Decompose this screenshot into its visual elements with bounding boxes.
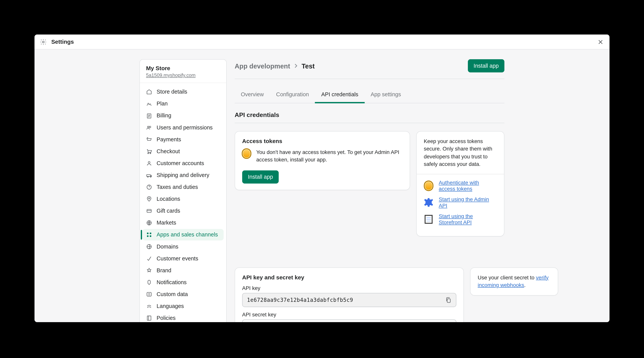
- pin-icon: [146, 196, 152, 202]
- gear-icon: [40, 38, 47, 46]
- apps-grid-icon: [146, 232, 152, 238]
- sidebar-item-label: Locations: [156, 196, 180, 202]
- store-icon: [146, 89, 152, 95]
- sidebar-item-label: Languages: [156, 303, 184, 309]
- svg-rect-21: [447, 298, 450, 302]
- webhook-info-card: Use your client secret to verify incomin…: [470, 267, 558, 296]
- sidebar-item-label: Gift cards: [156, 208, 180, 214]
- svg-rect-16: [147, 235, 148, 237]
- sidebar-item-custom-data[interactable]: Custom data: [142, 289, 224, 300]
- access-tokens-card: Access tokens You don't have any access …: [234, 131, 410, 190]
- language-icon: [146, 303, 152, 309]
- sidebar-item-languages[interactable]: Languages: [142, 300, 224, 312]
- sidebar-item-label: Taxes and duties: [156, 184, 198, 190]
- sidebar-item-policies[interactable]: Policies: [142, 312, 224, 322]
- sidebar-item-label: Billing: [156, 113, 171, 119]
- install-app-button-inline[interactable]: Install app: [242, 170, 279, 184]
- truck-icon: [146, 172, 152, 178]
- svg-rect-12: [147, 209, 152, 212]
- sidebar-item-label: Shipping and delivery: [156, 172, 209, 178]
- section-heading-api-credentials: API credentials: [234, 111, 504, 118]
- document-icon: [146, 113, 152, 119]
- sidebar-item-plan[interactable]: Plan: [142, 98, 224, 110]
- close-button[interactable]: [597, 38, 604, 46]
- sidebar-item-brand[interactable]: Brand: [142, 265, 224, 276]
- tab-configuration[interactable]: Configuration: [270, 87, 315, 103]
- api-key-card-title: API key and secret key: [242, 274, 456, 280]
- book-icon: [146, 315, 152, 321]
- sidebar-item-label: Domains: [156, 243, 178, 250]
- header-title: Settings: [51, 39, 74, 45]
- access-tokens-title: Access tokens: [242, 138, 402, 144]
- sidebar-item-label: Brand: [156, 267, 171, 273]
- sidebar-item-label: Notifications: [156, 279, 187, 285]
- api-secret-label: API secret key: [242, 311, 456, 317]
- doc-link-storefront-api[interactable]: Start using the Storefront API: [439, 213, 497, 225]
- webhook-info-prefix: Use your client secret to: [478, 274, 536, 280]
- store-name: My Store: [146, 65, 220, 72]
- sidebar-item-taxes-and-duties[interactable]: Taxes and duties: [142, 181, 224, 193]
- breadcrumb-parent[interactable]: App development: [234, 62, 290, 70]
- users-icon: [146, 124, 152, 131]
- doc-link-auth-tokens[interactable]: Authenticate with access tokens: [439, 179, 497, 192]
- svg-rect-17: [150, 235, 151, 237]
- sidebar-item-label: Policies: [156, 315, 176, 321]
- settings-sidebar: My Store 5a1509.myshopify.com Store deta…: [139, 59, 226, 322]
- sidebar-item-label: Store details: [156, 89, 187, 95]
- sidebar-item-label: Customer accounts: [156, 160, 204, 166]
- sidebar-item-domains[interactable]: Domains: [142, 241, 224, 252]
- svg-point-2: [148, 126, 149, 128]
- tab-api-credentials[interactable]: API credentials: [315, 87, 364, 103]
- sidebar-item-label: Users and permissions: [156, 124, 212, 131]
- person-icon: [146, 160, 152, 166]
- breadcrumb-current: Test: [302, 62, 314, 70]
- svg-point-5: [150, 153, 151, 154]
- svg-point-6: [148, 161, 150, 163]
- sidebar-item-apps-and-sales-channels[interactable]: Apps and sales channels: [142, 229, 224, 240]
- sidebar-item-label: Apps and sales channels: [156, 232, 218, 238]
- globe-icon: [146, 220, 152, 226]
- tab-app-settings[interactable]: App settings: [364, 87, 407, 103]
- star-icon: [146, 267, 152, 273]
- copy-secret-button[interactable]: [444, 321, 454, 322]
- copy-api-key-button[interactable]: [444, 295, 454, 305]
- sidebar-item-shipping-and-delivery[interactable]: Shipping and delivery: [142, 170, 224, 181]
- svg-point-9: [150, 176, 151, 177]
- sidebar-item-customer-events[interactable]: Customer events: [142, 253, 224, 264]
- webhook-info-suffix: .: [524, 282, 526, 288]
- svg-point-11: [148, 198, 150, 199]
- sidebar-item-payments[interactable]: Payments: [142, 134, 224, 145]
- doc-link-admin-api[interactable]: Start using the Admin API: [439, 196, 497, 208]
- reveal-secret-button[interactable]: [434, 321, 444, 322]
- svg-point-4: [148, 153, 149, 154]
- svg-point-8: [148, 176, 148, 177]
- sidebar-item-checkout[interactable]: Checkout: [142, 146, 224, 157]
- sidebar-item-label: Markets: [156, 220, 176, 226]
- sidebar-item-billing[interactable]: Billing: [142, 110, 224, 121]
- clock-icon: [146, 184, 152, 190]
- svg-rect-20: [147, 316, 151, 320]
- sidebar-item-label: Plan: [156, 101, 168, 107]
- sidebar-item-gift-cards[interactable]: Gift cards: [142, 205, 224, 217]
- sidebar-item-store-details[interactable]: Store details: [142, 86, 224, 98]
- storefront-doc-icon: [425, 215, 432, 224]
- api-key-value: 1e6728aa9c37e12b4a1a3dabfcbfb5c9: [247, 297, 444, 303]
- card-icon: [146, 208, 152, 214]
- payments-icon: [146, 136, 152, 142]
- check-icon: [146, 255, 152, 261]
- sidebar-item-notifications[interactable]: Notifications: [142, 277, 224, 288]
- bell-icon: [146, 279, 152, 285]
- token-coin-icon: [242, 149, 251, 159]
- store-domain-link[interactable]: 5a1509.myshopify.com: [146, 73, 196, 78]
- sidebar-item-label: Checkout: [156, 148, 180, 154]
- sidebar-item-customer-accounts[interactable]: Customer accounts: [142, 158, 224, 169]
- sidebar-item-markets[interactable]: Markets: [142, 217, 224, 229]
- globe-icon: [146, 243, 152, 250]
- tab-overview[interactable]: Overview: [234, 87, 270, 103]
- sidebar-item-users-and-permissions[interactable]: Users and permissions: [142, 122, 224, 133]
- breadcrumb: App development Test: [234, 62, 315, 70]
- sidebar-item-locations[interactable]: Locations: [142, 193, 224, 205]
- settings-header: Settings: [34, 35, 609, 50]
- install-app-button[interactable]: Install app: [468, 59, 504, 73]
- svg-rect-15: [150, 233, 151, 234]
